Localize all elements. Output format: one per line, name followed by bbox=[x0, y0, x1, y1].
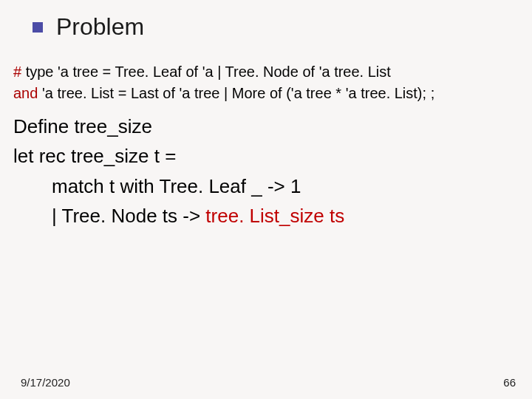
footer-page-number: 66 bbox=[503, 376, 516, 389]
body-line-1: Define tree_size bbox=[13, 112, 520, 141]
body-line-4: | Tree. Node ts -> tree. List_size ts bbox=[13, 201, 520, 231]
type-line-1: # type 'a tree = Tree. Leaf of 'a | Tree… bbox=[13, 61, 520, 83]
code-body: Define tree_size let rec tree_size t = m… bbox=[13, 112, 520, 231]
type-line-2: and 'a tree. List = Last of 'a tree | Mo… bbox=[13, 83, 520, 104]
slide-title: Problem bbox=[56, 13, 144, 41]
slide-footer: 9/17/2020 66 bbox=[0, 376, 532, 389]
and-keyword: and bbox=[13, 85, 38, 101]
footer-date: 9/17/2020 bbox=[21, 376, 70, 389]
body-line-2: let rec tree_size t = bbox=[13, 141, 520, 171]
type-line-1-text: type 'a tree = Tree. Leaf of 'a | Tree. … bbox=[21, 64, 391, 80]
type-definition: # type 'a tree = Tree. Leaf of 'a | Tree… bbox=[13, 61, 520, 104]
hash-prompt: # bbox=[13, 64, 21, 80]
body-line-4-pre: | Tree. Node ts -> bbox=[52, 205, 205, 227]
slide-header: Problem bbox=[0, 0, 532, 44]
body-line-3: match t with Tree. Leaf _ -> 1 bbox=[13, 171, 520, 201]
title-bullet bbox=[33, 22, 43, 33]
type-line-2-text: 'a tree. List = Last of 'a tree | More o… bbox=[38, 85, 434, 101]
slide-content: # type 'a tree = Tree. Leaf of 'a | Tree… bbox=[0, 44, 532, 231]
body-line-4-highlight: tree. List_size ts bbox=[205, 205, 344, 227]
